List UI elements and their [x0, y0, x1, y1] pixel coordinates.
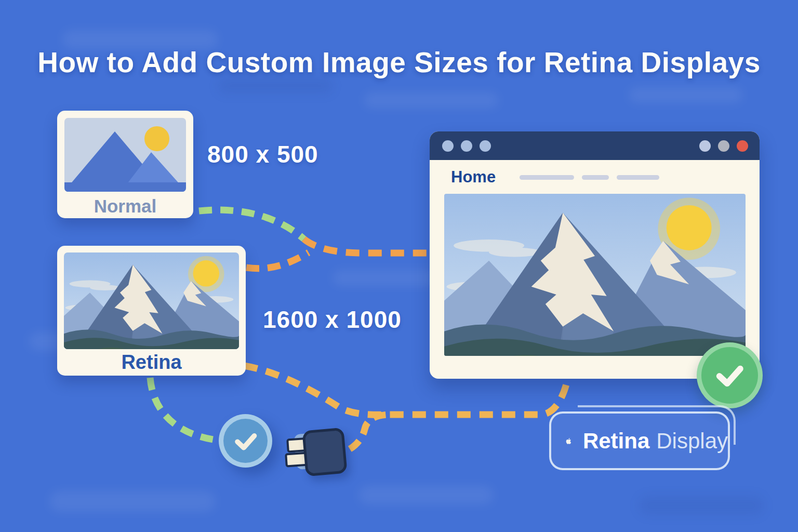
dash-line-normal-to-merge	[199, 210, 304, 239]
blue-check-badge	[219, 414, 272, 468]
dash-line-merge-to-browser	[304, 239, 430, 253]
normal-card-label: Normal	[57, 194, 193, 218]
window-control-dot	[718, 140, 729, 152]
normal-size-label: 800 x 500	[207, 140, 318, 168]
window-control-dots-right	[699, 140, 748, 152]
nav-placeholder	[520, 175, 574, 180]
retina-display-badge: Retina Display	[549, 411, 730, 470]
dash-line-retina-to-check	[150, 378, 213, 440]
nav-placeholder-links	[520, 175, 659, 180]
window-control-dot	[699, 140, 711, 152]
retina-badge-suffix: Display	[656, 429, 728, 454]
retina-mountain-photo	[64, 252, 239, 349]
normal-image-card: Normal	[57, 111, 193, 218]
green-check-badge	[697, 342, 763, 408]
nav-placeholder	[582, 175, 609, 180]
hero-mountain-photo	[444, 194, 746, 356]
retina-image-card: Retina	[57, 246, 246, 376]
window-control-dots-left	[442, 140, 491, 152]
retina-size-label: 1600 x 1000	[263, 305, 402, 334]
browser-nav: Home	[451, 166, 744, 189]
window-control-dot	[442, 140, 454, 152]
dash-line-retina-to-merge	[246, 252, 309, 269]
check-icon	[709, 355, 750, 396]
mountain-sun-icon	[64, 118, 186, 192]
infographic-canvas: How to Add Custom Image Sizes for Retina…	[0, 0, 798, 532]
retina-badge-brand: Retina	[583, 429, 649, 454]
nav-placeholder	[617, 175, 659, 180]
window-close-dot	[737, 140, 748, 152]
window-control-dot	[480, 140, 491, 152]
apple-icon	[565, 425, 573, 457]
plug-body	[302, 428, 347, 477]
browser-window: Home	[430, 131, 760, 379]
window-control-dot	[461, 140, 472, 152]
nav-home-label: Home	[451, 168, 496, 187]
plug-icon	[281, 426, 353, 483]
check-icon	[229, 424, 262, 458]
page-title: How to Add Custom Image Sizes for Retina…	[0, 46, 798, 79]
browser-titlebar	[430, 131, 760, 160]
retina-card-label: Retina	[57, 350, 246, 375]
